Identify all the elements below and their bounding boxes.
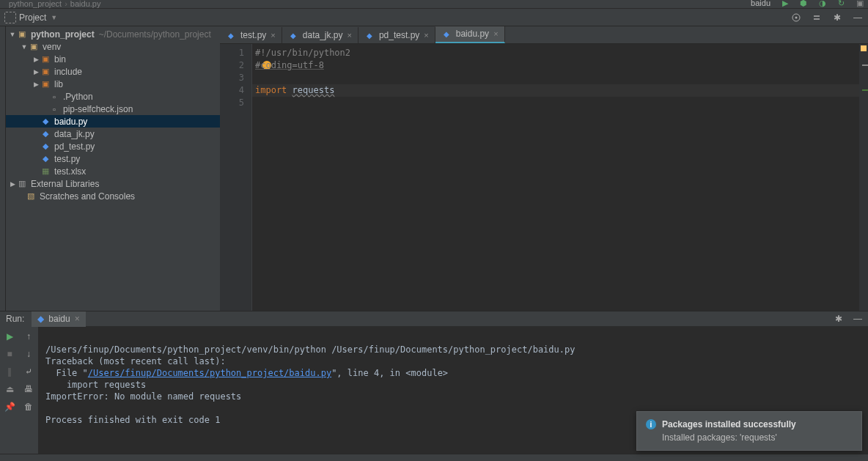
code-line-4: import requests	[252, 84, 859, 97]
folder-icon: ▣	[40, 54, 51, 65]
tab-data-jk[interactable]: ◆ data_jk.py ×	[282, 27, 358, 43]
close-icon[interactable]: ×	[75, 314, 80, 324]
run-icon[interactable]: ▶	[782, 0, 788, 8]
tree-pip-selfcheck[interactable]: ▫ pip-selfcheck.json	[6, 103, 220, 115]
trash-icon[interactable]: 🗑	[23, 401, 34, 413]
tree-venv[interactable]: ▼ ▣ venv	[6, 40, 220, 53]
tree-lib[interactable]: ▶ ▣ lib	[6, 78, 220, 90]
folder-icon: ▣	[16, 29, 28, 40]
minimize-icon[interactable]: —	[852, 313, 864, 325]
up-icon[interactable]: ↑	[23, 331, 34, 342]
line-gutter: 1 2 3 4 5	[220, 44, 252, 311]
wrap-icon[interactable]: ⤶	[23, 366, 34, 377]
notification-body: Installed packages: 'requests'	[662, 432, 853, 443]
tree-scratches[interactable]: ▧ Scratches and Consoles	[6, 190, 220, 202]
folder-icon: ▣	[40, 78, 51, 90]
stop-icon[interactable]: ▣	[856, 0, 864, 8]
down-icon[interactable]: ↓	[23, 348, 34, 360]
code-line-5	[252, 97, 859, 109]
scratches-icon: ▧	[25, 191, 37, 202]
folder-icon: ▣	[28, 41, 40, 53]
breadcrumb-file[interactable]: baidu.py	[70, 0, 101, 8]
status-bar	[0, 454, 868, 461]
console-trace-line: import requests	[45, 380, 146, 390]
close-icon[interactable]: ×	[424, 31, 428, 40]
editor-tabs: ◆ test.py × ◆ data_jk.py × ◆ pd_test.py …	[220, 26, 868, 44]
file-icon: ▫	[48, 91, 60, 103]
console-error: ImportError: No module named requests	[45, 391, 241, 402]
code-line-2: #coding=utf-8	[255, 60, 324, 70]
target-icon[interactable]	[790, 12, 802, 23]
folder-icon: ▣	[40, 66, 51, 78]
gear-icon[interactable]: ✱	[833, 313, 845, 325]
exit-icon[interactable]: ⏏	[4, 383, 15, 395]
console-cmd: /Users/finup/Documents/python_project/ve…	[45, 344, 575, 355]
rerun-icon[interactable]: ▶	[4, 331, 15, 342]
tab-baidu[interactable]: ◆ baidu.py ×	[435, 26, 505, 43]
stripe-mark[interactable]	[862, 64, 868, 66]
stop-icon[interactable]: ■	[4, 348, 15, 360]
python-icon: ◆	[40, 141, 51, 152]
tree-root[interactable]: ▼ ▣ python_project ~/Documents/python_pr…	[6, 28, 220, 40]
run-tab-baidu[interactable]: ◆ baidu ×	[32, 311, 85, 327]
breadcrumb: python_project › baidu.py baidu ▶ ⬢ ◑ ↻ …	[0, 0, 868, 9]
json-icon: ▫	[48, 103, 60, 115]
chevron-down-icon[interactable]: ▼	[51, 14, 57, 21]
tree-data-jk[interactable]: ◆ data_jk.py	[6, 128, 220, 140]
notification-title: Packages installed successfully	[662, 419, 796, 429]
python-icon: ◆	[288, 30, 298, 40]
project-tree[interactable]: ▼ ▣ python_project ~/Documents/python_pr…	[6, 26, 220, 311]
tree-baidu-py[interactable]: ◆ baidu.py	[6, 115, 220, 128]
python-icon: ◆	[37, 314, 44, 324]
stripe-mark[interactable]	[862, 89, 868, 91]
gear-icon[interactable]: ✱	[831, 12, 843, 23]
tab-pd-test[interactable]: ◆ pd_test.py ×	[358, 27, 435, 43]
tree-bin[interactable]: ▶ ▣ bin	[6, 53, 220, 65]
console-file-link[interactable]: /Users/finup/Documents/python_project/ba…	[88, 368, 331, 378]
notification-popup[interactable]: i Packages installed successfully Instal…	[636, 411, 862, 451]
code-line-1: #!/usr/bin/python2	[255, 48, 350, 58]
analysis-warning-icon[interactable]	[861, 45, 867, 51]
tree-root-label: python_project	[31, 29, 95, 40]
tree-python-file[interactable]: ▫ .Python	[6, 90, 220, 103]
run-label: Run:	[6, 314, 24, 324]
libraries-icon: ▥	[16, 178, 28, 190]
tree-external-libs[interactable]: ▶ ▥ External Libraries	[6, 177, 220, 190]
run-toolbar-secondary: ↑ ↓ ⤶ 🖶 🗑	[19, 326, 38, 454]
project-view-icon	[4, 12, 16, 23]
tree-test-py[interactable]: ◆ test.py	[6, 152, 220, 165]
close-icon[interactable]: ×	[493, 29, 498, 38]
run-config-selector[interactable]: baidu	[751, 0, 770, 8]
tree-include[interactable]: ▶ ▣ include	[6, 65, 220, 78]
coverage-icon[interactable]: ◑	[819, 0, 826, 8]
console-trace-header: Traceback (most recent call last):	[45, 356, 226, 366]
pin-icon[interactable]: 📌	[4, 401, 15, 413]
console-exit: Process finished with exit code 1	[45, 415, 220, 425]
tab-test-py[interactable]: ◆ test.py ×	[220, 27, 282, 43]
close-icon[interactable]: ×	[271, 31, 275, 40]
python-icon: ◆	[226, 30, 236, 40]
debug-icon[interactable]: ⬢	[800, 0, 807, 8]
collapse-all-icon[interactable]	[811, 12, 823, 23]
python-icon: ◆	[364, 30, 375, 40]
python-icon: ◆	[40, 116, 51, 128]
breadcrumb-root[interactable]: python_project	[9, 0, 62, 8]
xlsx-icon: ▦	[40, 166, 51, 177]
python-icon: ◆	[40, 128, 51, 140]
tree-pd-test[interactable]: ◆ pd_test.py	[6, 140, 220, 152]
svg-point-1	[795, 16, 798, 18]
project-view-label[interactable]: Project	[19, 12, 46, 23]
left-sidebar-strip[interactable]	[0, 26, 6, 311]
project-tool-header: Project ▼ ✱ —	[0, 9, 868, 26]
tree-test-xlsx[interactable]: ▦ test.xlsx	[6, 165, 220, 177]
tree-root-path: ~/Documents/python_project	[99, 29, 211, 40]
error-stripe[interactable]	[859, 44, 868, 311]
python-icon: ◆	[40, 153, 51, 165]
code-line-3	[252, 72, 859, 84]
profile-icon[interactable]: ↻	[838, 0, 845, 8]
minimize-icon[interactable]: —	[852, 12, 864, 23]
close-icon[interactable]: ×	[347, 31, 352, 40]
pause-icon[interactable]: ‖	[4, 366, 15, 377]
code-editor[interactable]: 1 2 3 4 5 #!/usr/bin/python2 #coding=utf…	[220, 44, 868, 311]
print-icon[interactable]: 🖶	[23, 383, 34, 395]
